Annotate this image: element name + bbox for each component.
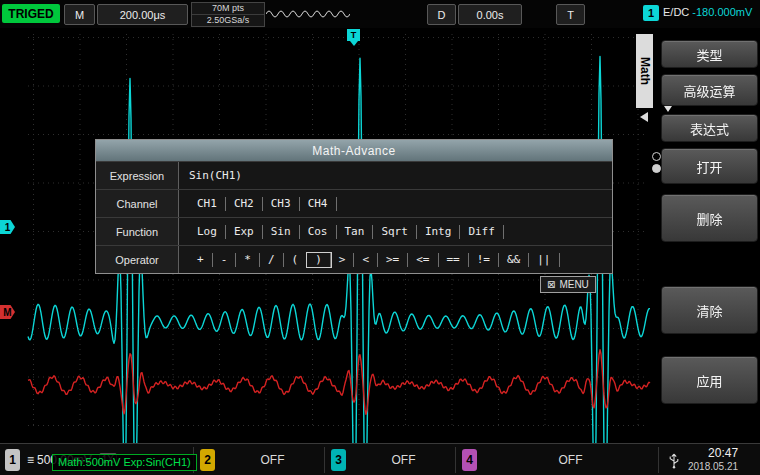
trigger-position-pointer-icon xyxy=(350,41,358,46)
expression-row: Expression Sin(CH1) xyxy=(96,161,612,189)
operator-label: Operator xyxy=(96,246,179,273)
operator-key[interactable]: > xyxy=(331,253,355,267)
operator-key[interactable]: ( xyxy=(284,253,308,267)
function-label: Function xyxy=(96,218,179,245)
operator-key[interactable]: / xyxy=(260,253,284,267)
function-option[interactable]: Cos xyxy=(300,225,337,239)
trigger-status-badge: TRIGED xyxy=(2,4,60,23)
trigger-menu-button[interactable]: T xyxy=(556,4,585,25)
math-advance-dialog: Math-Advance Expression Sin(CH1) Channel… xyxy=(95,139,613,274)
function-option[interactable]: Sqrt xyxy=(373,225,417,239)
dropdown-arrow-icon xyxy=(664,106,672,112)
operator-key[interactable]: != xyxy=(469,253,499,267)
math-status-readout: Math:500mV Exp:Sin(CH1) xyxy=(52,454,197,471)
operator-key[interactable]: + xyxy=(189,253,213,267)
waveform-preview-icon xyxy=(266,7,350,21)
function-option[interactable]: Exp xyxy=(226,225,263,239)
horizontal-mode-button[interactable]: M xyxy=(64,4,95,25)
channel-2-section[interactable]: 2 OFF xyxy=(195,444,323,475)
operator-row: Operator + - * / ( ) > < >= <= == != && … xyxy=(96,245,612,273)
ch4-status: OFF xyxy=(484,453,657,467)
expression-button[interactable]: 表达式 xyxy=(661,114,758,142)
top-bar: TRIGED M 200.00μs 70M pts 2.50GSa/s D 0.… xyxy=(0,0,760,28)
sample-rate: 2.50GSa/s xyxy=(192,14,264,26)
clock-date: 2018.05.21 xyxy=(688,460,738,473)
ch4-badge: 4 xyxy=(462,449,477,471)
operator-key[interactable]: < xyxy=(354,253,378,267)
mode-button[interactable]: 高级运算 xyxy=(661,74,758,106)
toggle-dot-filled-icon xyxy=(652,164,661,173)
function-option[interactable]: Diff xyxy=(460,225,504,239)
memory-depth: 70M pts xyxy=(192,3,264,14)
channel-3-section[interactable]: 3 OFF xyxy=(326,444,454,475)
operator-key[interactable]: || xyxy=(529,253,559,267)
trigger-position-marker[interactable]: T xyxy=(347,29,360,41)
divider xyxy=(658,447,659,473)
menu-close-icon: ⊠ xyxy=(547,279,555,290)
memory-depth-readout: 70M pts 2.50GSa/s xyxy=(191,2,265,27)
ch2-status: OFF xyxy=(222,453,323,467)
open-button[interactable]: 打开 xyxy=(661,148,758,184)
operator-key[interactable]: <= xyxy=(408,253,438,267)
type-button[interactable]: 类型 xyxy=(661,40,758,68)
expression-label: Expression xyxy=(96,162,179,189)
channel-option[interactable]: CH2 xyxy=(226,197,263,211)
ch3-badge: 3 xyxy=(331,449,346,471)
ch2-badge: 2 xyxy=(200,449,215,471)
function-option[interactable]: Log xyxy=(189,225,226,239)
operator-key[interactable]: - xyxy=(213,253,237,267)
function-option[interactable]: Intg xyxy=(417,225,461,239)
trigger-info-readout: E/DC -180.000mV xyxy=(663,6,752,18)
channel-option[interactable]: CH4 xyxy=(300,197,337,211)
trigger-type: E/DC xyxy=(663,6,689,18)
divider xyxy=(324,447,325,473)
operator-key[interactable]: * xyxy=(236,253,260,267)
trigger-source-badge[interactable]: 1 xyxy=(643,5,659,21)
divider xyxy=(455,447,456,473)
menu-button-label: MENU xyxy=(559,279,588,290)
usb-icon xyxy=(668,451,680,469)
expression-value[interactable]: Sin(CH1) xyxy=(189,169,242,182)
operator-key[interactable]: && xyxy=(499,253,529,267)
toggle-dot-icon xyxy=(652,152,661,161)
delay-readout[interactable]: 0.00s xyxy=(458,4,522,25)
ch3-status: OFF xyxy=(353,453,454,467)
channel-4-section[interactable]: 4 OFF xyxy=(457,444,657,475)
channel-option[interactable]: CH3 xyxy=(263,197,300,211)
function-option[interactable]: Tan xyxy=(337,225,374,239)
tab-math[interactable]: Math xyxy=(636,34,653,108)
function-row: Function Log Exp Sin Cos Tan Sqrt Intg D… xyxy=(96,217,612,245)
operator-key-selected[interactable]: ) xyxy=(307,253,331,267)
channel-label: Channel xyxy=(96,190,179,217)
channel-row: Channel CH1 CH2 CH3 CH4 xyxy=(96,189,612,217)
delay-mode-button[interactable]: D xyxy=(427,4,456,25)
oscilloscope-screen: TRIGED M 200.00μs 70M pts 2.50GSa/s D 0.… xyxy=(0,0,760,475)
trigger-level: -180.000mV xyxy=(692,6,752,18)
timebase-readout[interactable]: 200.00μs xyxy=(97,4,188,25)
clock-time: 20:47 xyxy=(708,447,738,460)
delete-button[interactable]: 删除 xyxy=(661,194,758,242)
operator-key[interactable]: >= xyxy=(378,253,408,267)
ch1-coupling-icon: ≡ xyxy=(27,453,34,467)
apply-button[interactable]: 应用 xyxy=(661,356,758,404)
clear-button[interactable]: 清除 xyxy=(661,286,758,334)
tab-collapse-arrow-icon xyxy=(640,112,648,122)
clock-section: 20:47 2018.05.21 xyxy=(660,444,738,475)
channel-option[interactable]: CH1 xyxy=(189,197,226,211)
menu-button[interactable]: ⊠ MENU xyxy=(540,276,596,293)
function-option[interactable]: Sin xyxy=(263,225,300,239)
operator-key[interactable]: == xyxy=(439,253,469,267)
ch1-badge: 1 xyxy=(5,449,20,471)
dialog-title: Math-Advance xyxy=(96,140,612,161)
